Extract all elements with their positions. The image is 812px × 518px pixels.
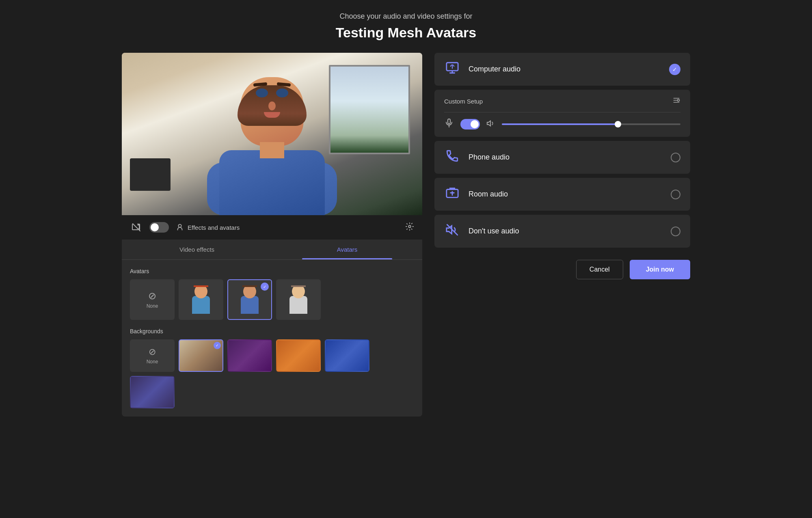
mic-toggle[interactable] (460, 119, 480, 130)
bg-orange[interactable] (276, 339, 321, 372)
svg-marker-10 (487, 121, 490, 126)
action-buttons: Cancel Join now (434, 260, 690, 279)
custom-setup-controls (444, 118, 680, 130)
microphone-icon (444, 118, 454, 130)
page-header: Choose your audio and video settings for… (336, 12, 476, 41)
no-audio-label: Don't use audio (469, 227, 663, 235)
no-audio-icon (444, 223, 460, 240)
header-title: Testing Mesh Avatars (336, 25, 476, 41)
cancel-button[interactable]: Cancel (576, 260, 623, 279)
effects-avatars-button[interactable]: Effects and avatars (175, 223, 399, 232)
backgrounds-grid: ⊘ None ✓ (130, 339, 414, 408)
phone-audio-label: Phone audio (469, 153, 663, 162)
computer-audio-check: ✓ (669, 64, 680, 75)
video-preview (122, 53, 422, 215)
bg-blue[interactable] (325, 339, 369, 372)
tab-avatars[interactable]: Avatars (272, 240, 422, 259)
left-panel: Effects and avatars Video effects Avatar… (122, 53, 422, 417)
computer-audio-icon (444, 61, 460, 78)
tab-video-effects[interactable]: Video effects (122, 240, 272, 259)
custom-setup-title: Custom Setup (444, 98, 483, 105)
no-audio-radio[interactable] (671, 227, 680, 236)
controls-bar: Effects and avatars (122, 215, 422, 240)
phone-audio-option[interactable]: Phone audio (434, 141, 690, 174)
camera-off-icon[interactable] (130, 221, 143, 234)
computer-audio-option[interactable]: Computer audio ✓ (434, 53, 690, 86)
right-panel: Computer audio ✓ Custom Setup (434, 53, 690, 417)
tabs-row: Video effects Avatars (122, 240, 422, 260)
svg-rect-8 (448, 119, 450, 124)
bg-room[interactable]: ✓ (179, 339, 223, 372)
computer-audio-label: Computer audio (469, 65, 661, 73)
header-subtitle: Choose your audio and video settings for (336, 12, 476, 21)
bg-purple[interactable] (227, 339, 272, 372)
room-audio-radio[interactable] (671, 190, 680, 199)
room-audio-label: Room audio (469, 190, 663, 199)
room-audio-icon (444, 186, 460, 203)
custom-setup-settings-icon[interactable] (672, 96, 680, 106)
video-toggle[interactable] (149, 222, 169, 233)
join-now-button[interactable]: Join now (630, 260, 690, 279)
svg-point-1 (408, 225, 411, 228)
volume-icon (486, 119, 495, 130)
no-audio-option[interactable]: Don't use audio (434, 215, 690, 248)
backgrounds-label: Backgrounds (130, 328, 414, 335)
custom-setup: Custom Setup (434, 90, 690, 137)
room-audio-option[interactable]: Room audio (434, 178, 690, 211)
phone-audio-radio[interactable] (671, 153, 680, 162)
bg-notes[interactable] (130, 376, 175, 408)
svg-point-0 (178, 224, 181, 227)
volume-slider[interactable] (502, 123, 680, 125)
main-container: Effects and avatars Video effects Avatar… (122, 53, 690, 417)
avatars-section: Avatars ⊘ None ✓ (122, 260, 422, 417)
avatar-grid: ⊘ None ✓ (130, 279, 414, 320)
bg-none[interactable]: ⊘ None (130, 339, 175, 372)
avatar-none[interactable]: ⊘ None (130, 279, 175, 320)
avatar-scene (122, 53, 422, 215)
custom-setup-header: Custom Setup (444, 96, 680, 106)
bg-selected-badge: ✓ (214, 342, 221, 349)
avatar-2[interactable]: ✓ (227, 279, 272, 320)
avatar-1[interactable] (179, 279, 223, 320)
settings-icon[interactable] (405, 222, 414, 233)
avatars-label: Avatars (130, 268, 414, 274)
svg-point-7 (678, 99, 680, 101)
phone-audio-icon (444, 149, 460, 166)
avatar-3[interactable] (276, 279, 321, 320)
